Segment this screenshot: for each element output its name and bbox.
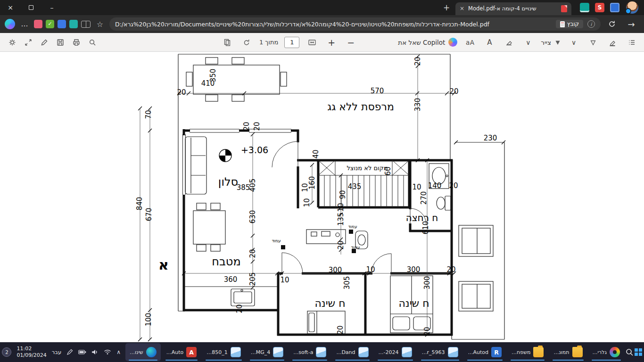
taskbar-search-button[interactable] bbox=[625, 343, 634, 362]
app-icon bbox=[533, 347, 544, 357]
taskbar-app-button[interactable]: R Autod… bbox=[464, 343, 506, 361]
taskbar-app-button[interactable]: Dand… bbox=[332, 343, 372, 361]
kitchen-table bbox=[193, 203, 225, 251]
favorites-star-icon[interactable]: ☆ bbox=[94, 20, 106, 29]
refresh-button[interactable] bbox=[604, 16, 620, 32]
pinned-icons: S bbox=[580, 3, 619, 12]
app-icon bbox=[610, 347, 620, 357]
app-icon bbox=[316, 347, 326, 357]
window-restore-button[interactable] bbox=[21, 0, 41, 15]
taskbar-app-button[interactable]: MG_4… bbox=[247, 343, 288, 361]
pdf-file-icon bbox=[561, 5, 567, 12]
save-icon[interactable] bbox=[54, 35, 67, 49]
page-thumbnails-icon[interactable] bbox=[221, 35, 234, 49]
copilot-small-icon bbox=[448, 38, 457, 47]
bathroom-fixtures bbox=[429, 164, 451, 210]
restore-icon bbox=[29, 5, 33, 10]
zoom-in-button[interactable]: + bbox=[325, 35, 338, 49]
print-icon[interactable] bbox=[70, 35, 83, 49]
taskbar-app-button[interactable]: 2024-… bbox=[374, 343, 416, 361]
taskbar-app-button[interactable]: משפח… bbox=[507, 343, 548, 361]
windows-taskbar: גלרי… תמונ… משפח… R Autod… bbox=[0, 342, 644, 362]
taskbar-app-button[interactable]: גלרי… bbox=[588, 343, 624, 361]
copilot-icon[interactable] bbox=[5, 19, 15, 29]
draw-chevron-icon[interactable]: ∨ bbox=[521, 35, 535, 49]
clock-time: 11:02 bbox=[17, 346, 32, 352]
document-icon bbox=[560, 21, 565, 27]
read-aloud-button[interactable]: A bbox=[483, 35, 496, 49]
taskbar-app-button[interactable]: תמונ… bbox=[549, 343, 586, 361]
window-close-button[interactable]: × bbox=[0, 0, 21, 15]
extension-icon-teal[interactable] bbox=[69, 20, 78, 28]
tab-title: Model.pdf-שינויים 4-קומה א bbox=[468, 5, 557, 12]
file-chip[interactable]: קובץ bbox=[556, 20, 583, 28]
new-tab-button[interactable]: + bbox=[439, 1, 454, 14]
app-icon bbox=[146, 347, 157, 357]
extension-icon-pink[interactable] bbox=[34, 20, 42, 28]
taskbar-app-button[interactable]: soft-a… bbox=[289, 343, 330, 361]
page-count-label: מתוך 1 bbox=[259, 39, 278, 46]
taskbar-clock[interactable]: 11:02 01/09/2024 bbox=[17, 346, 46, 359]
draw-tool-button[interactable]: צייר bbox=[541, 39, 561, 46]
window-minimize-button[interactable]: – bbox=[41, 0, 62, 15]
taskbar-app-button[interactable]: 1_850… bbox=[202, 343, 245, 361]
ask-copilot-button[interactable]: שאל את Copilot bbox=[398, 38, 457, 47]
pinned-s-app-icon[interactable]: S bbox=[595, 3, 604, 12]
fit-to-width-icon[interactable] bbox=[305, 35, 319, 49]
text-size-button[interactable]: aA bbox=[463, 35, 477, 49]
start-button[interactable] bbox=[635, 343, 642, 362]
terrace-loungers bbox=[459, 225, 493, 311]
highlighter-icon[interactable] bbox=[606, 35, 619, 49]
taskbar-app-button[interactable]: r_5963… bbox=[418, 343, 462, 361]
edit-pen-icon[interactable] bbox=[38, 35, 51, 49]
language-indicator[interactable]: עבר bbox=[52, 349, 61, 355]
pdf-toolbar-left bbox=[6, 35, 99, 49]
search-icon bbox=[625, 348, 634, 356]
highlight-chevron-icon[interactable]: ∨ bbox=[567, 35, 580, 49]
url-field[interactable]: D:/מוריה%20בן%20גרא/Documents/תכניות-אדר… bbox=[109, 17, 601, 31]
eraser-icon[interactable] bbox=[502, 35, 515, 49]
fullscreen-icon[interactable] bbox=[22, 35, 35, 49]
balcony-dining-table bbox=[186, 58, 287, 101]
contents-list-icon[interactable] bbox=[625, 35, 638, 49]
windows bbox=[183, 129, 292, 195]
adblock-shield-icon[interactable] bbox=[46, 20, 54, 28]
taskbar-app-button[interactable]: A Auto… bbox=[162, 343, 201, 361]
info-icon[interactable]: i bbox=[587, 20, 595, 28]
tab-close-icon[interactable]: × bbox=[460, 5, 464, 12]
profile-avatar[interactable] bbox=[626, 1, 638, 14]
back-button[interactable]: → bbox=[623, 16, 639, 32]
app-icon: A bbox=[186, 347, 197, 357]
highlight-flag-icon[interactable] bbox=[586, 35, 600, 49]
window-controls: × – bbox=[0, 0, 62, 15]
zoom-out-button[interactable]: − bbox=[344, 35, 357, 49]
pdf-page-content[interactable]: 20 410 350 570 20 20 330 70 230 20 20 bbox=[0, 52, 644, 342]
extension-icon-blue[interactable] bbox=[58, 20, 66, 28]
notification-badge[interactable]: 2 bbox=[2, 347, 11, 357]
volume-icon[interactable] bbox=[91, 349, 99, 355]
hidden-icons-chevron[interactable]: ∧ bbox=[116, 349, 121, 355]
active-tab[interactable]: × Model.pdf-שינויים 4-קומה א bbox=[455, 2, 571, 15]
settings-gear-icon[interactable] bbox=[6, 35, 19, 49]
kitchen-counter-sink bbox=[185, 287, 277, 306]
battery-icon[interactable] bbox=[78, 350, 86, 354]
guest-basin bbox=[355, 231, 368, 249]
double-bed bbox=[390, 276, 433, 333]
browser-address-bar: … ☆ D:/מוריה%20בן%20גרא/Documents/תכניות… bbox=[0, 15, 644, 33]
pen-icon[interactable] bbox=[66, 349, 73, 355]
app-icon: R bbox=[491, 347, 502, 357]
more-menu-button[interactable]: … bbox=[18, 20, 31, 28]
staircase bbox=[318, 160, 409, 207]
wifi-icon[interactable] bbox=[104, 349, 111, 355]
pinned-notes-icon[interactable] bbox=[580, 3, 589, 12]
rotate-icon[interactable] bbox=[240, 35, 253, 49]
split-screen-icon[interactable] bbox=[81, 21, 91, 28]
taskbar-apps: גלרי… תמונ… משפח… R Autod… bbox=[125, 342, 624, 362]
search-icon[interactable] bbox=[86, 35, 99, 49]
ask-copilot-label: שאל את Copilot bbox=[398, 39, 445, 46]
sofa bbox=[185, 137, 206, 194]
page-number-input[interactable]: 1 bbox=[284, 37, 299, 48]
pinned-grid-app-icon[interactable] bbox=[610, 3, 619, 12]
hall-dresser bbox=[306, 230, 346, 244]
taskbar-app-button[interactable]: שינו… bbox=[125, 343, 161, 361]
